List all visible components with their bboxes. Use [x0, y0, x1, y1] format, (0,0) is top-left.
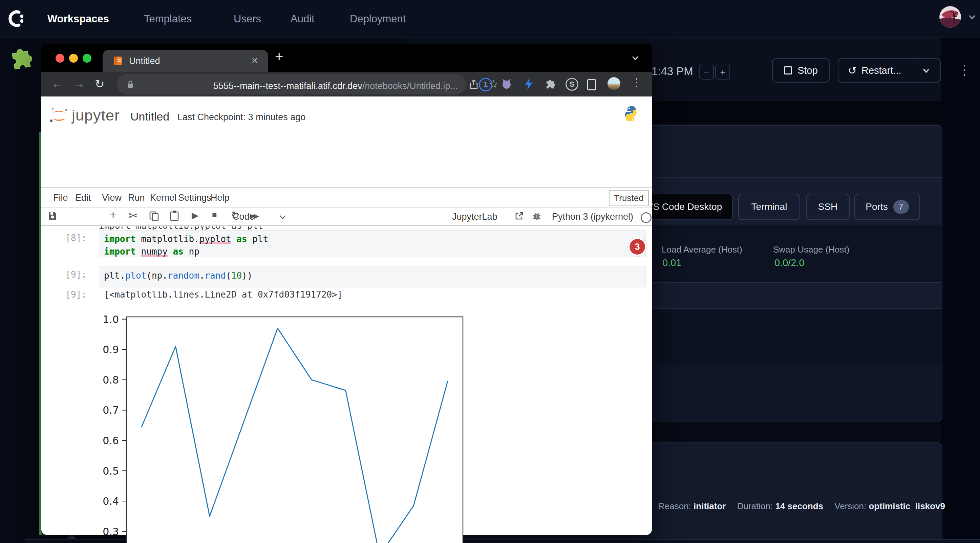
version-label: Version: — [834, 501, 866, 511]
debugger-bug-icon[interactable] — [531, 211, 542, 221]
workspace-menu-kebab[interactable]: ⋮ — [958, 62, 971, 78]
lightning-extension-icon[interactable] — [523, 78, 535, 90]
matplotlib-figure: 024680.20.30.40.50.60.70.80.91.0 — [102, 313, 508, 543]
duration-value: 14 seconds — [775, 501, 823, 511]
build-meta: Reason: initiator Duration: 14 seconds V… — [658, 501, 945, 511]
run-cell-icon[interactable]: ▶ — [192, 210, 199, 221]
cell-type-chevron[interactable] — [278, 214, 287, 221]
menu-run[interactable]: Run — [128, 193, 145, 203]
svg-text:0.9: 0.9 — [103, 344, 119, 356]
sidebar-extension-icon[interactable] — [587, 79, 596, 90]
restart-options-chevron[interactable] — [921, 66, 931, 76]
menu-edit[interactable]: Edit — [75, 193, 91, 203]
close-tab-icon[interactable]: × — [251, 54, 258, 67]
zoom-in-button[interactable]: + — [715, 65, 730, 79]
menu-help[interactable]: Help — [211, 193, 229, 203]
reason-label: Reason: — [658, 501, 691, 511]
screen: Workspaces Templates Users Audit Deploym… — [0, 0, 980, 543]
browser-menu-kebab[interactable]: ⋮ — [631, 76, 642, 89]
notebook-title[interactable]: Untitled — [130, 110, 169, 123]
cell-type-select[interactable]: Code — [233, 211, 255, 222]
external-link-icon[interactable] — [515, 211, 523, 221]
ssh-label: SSH — [818, 202, 838, 212]
new-tab-button[interactable]: + — [275, 49, 283, 65]
output-prompt: [9]: — [65, 289, 87, 300]
tab-search-chevron[interactable] — [630, 54, 641, 63]
svg-text:0.3: 0.3 — [103, 526, 119, 538]
coder-logo[interactable] — [8, 9, 27, 29]
nav-item-deployment[interactable]: Deployment — [350, 13, 406, 25]
restart-button[interactable]: ↺ Restart... — [838, 58, 941, 83]
stylus-extension-icon[interactable]: S — [565, 78, 578, 91]
lock-icon — [126, 79, 134, 89]
menu-kernel[interactable]: Kernel — [150, 193, 177, 203]
code-cell-9[interactable]: plt.plot(np.random.rand(10)) — [99, 266, 646, 287]
collaborator-count-badge[interactable]: 3 — [628, 237, 647, 256]
cell-prompt: [8]: — [65, 233, 87, 243]
svg-text:0.5: 0.5 — [103, 465, 119, 477]
onepassword-extension-icon[interactable]: 1 — [479, 78, 492, 91]
svg-text:0.6: 0.6 — [103, 435, 119, 446]
reason-value: initiator — [694, 501, 726, 511]
browser-profile-avatar[interactable] — [608, 77, 620, 90]
address-bar[interactable]: 5555--main--test--matifali.atif.cdr.dev/… — [117, 74, 466, 94]
kernel-status-icon — [641, 212, 652, 223]
code-line: plt.plot(np.random.rand(10)) — [99, 267, 646, 282]
jupyter-notebook: jupyter Untitled Last Checkpoint: 3 minu… — [41, 97, 652, 535]
version-value: optimistic_liskov9 — [869, 501, 945, 511]
puzzle-icon[interactable] — [6, 44, 38, 71]
header-divider — [41, 187, 652, 188]
ssh-button[interactable]: SSH — [806, 194, 850, 220]
restart-icon: ↺ — [848, 64, 857, 77]
url-host: 5555--main--test--matifali.atif.cdr.dev — [213, 81, 362, 91]
toolbar-divider — [41, 225, 652, 226]
back-icon[interactable]: ← — [51, 77, 63, 90]
close-window-button[interactable] — [56, 54, 64, 63]
maximize-window-button[interactable] — [83, 54, 91, 63]
nav-item-templates[interactable]: Templates — [144, 13, 192, 25]
jupyterlab-link[interactable]: JupyterLab — [452, 211, 498, 222]
stop-button[interactable]: Stop — [772, 58, 830, 83]
save-icon[interactable] — [48, 211, 57, 221]
github-cat-extension-icon[interactable] — [501, 78, 513, 90]
nav-item-workspaces[interactable]: Workspaces — [48, 13, 109, 25]
kernel-name[interactable]: Python 3 (ipykernel) — [552, 211, 633, 222]
nav-item-users[interactable]: Users — [234, 13, 261, 25]
vscode-desktop-label: VS Code Desktop — [647, 202, 722, 212]
code-cell-8[interactable]: import matplotlib.pyplot as plt import n… — [99, 230, 646, 257]
add-cell-icon[interactable]: + — [110, 208, 116, 221]
copy-cells-icon[interactable] — [149, 211, 159, 221]
browser-tab[interactable]: Untitled × — [103, 50, 268, 72]
interrupt-kernel-icon[interactable]: ■ — [212, 210, 217, 220]
user-avatar[interactable] — [939, 6, 961, 28]
menu-divider — [41, 207, 652, 208]
menu-settings[interactable]: Settings — [178, 193, 211, 203]
bottom-panel-arrow — [66, 534, 77, 539]
nav-item-audit[interactable]: Audit — [291, 13, 315, 25]
ports-label: Ports — [865, 202, 888, 212]
terminal-label: Terminal — [751, 202, 788, 212]
minimize-window-button[interactable] — [69, 54, 78, 63]
stop-icon — [784, 66, 792, 75]
svg-text:0.8: 0.8 — [103, 374, 119, 386]
load-average-value: 0.01 — [662, 257, 681, 268]
terminal-button[interactable]: Terminal — [738, 194, 800, 220]
forward-icon[interactable]: → — [73, 77, 85, 90]
menu-file[interactable]: File — [53, 193, 68, 203]
paste-cells-icon[interactable] — [169, 210, 180, 221]
button-divider — [916, 59, 916, 81]
share-icon[interactable] — [469, 79, 479, 90]
zoom-out-button[interactable]: − — [699, 65, 714, 79]
extensions-puzzle-icon[interactable] — [544, 78, 557, 90]
code-line: import matplotlib.pyplot as plt — [99, 230, 646, 245]
workspace-clock: 11:43 PM — [646, 65, 693, 78]
reload-icon[interactable]: ↻ — [95, 77, 105, 91]
duration-label: Duration: — [737, 501, 773, 511]
jupyter-brand: jupyter — [72, 106, 120, 124]
top-nav: Workspaces Templates Users Audit Deploym… — [0, 0, 980, 38]
trusted-button[interactable]: Trusted — [609, 190, 649, 206]
cut-cells-icon[interactable]: ✂ — [129, 209, 138, 222]
menu-view[interactable]: View — [102, 193, 122, 203]
ports-button[interactable]: Ports 7 — [854, 194, 920, 220]
chevron-down-icon[interactable] — [967, 12, 977, 22]
